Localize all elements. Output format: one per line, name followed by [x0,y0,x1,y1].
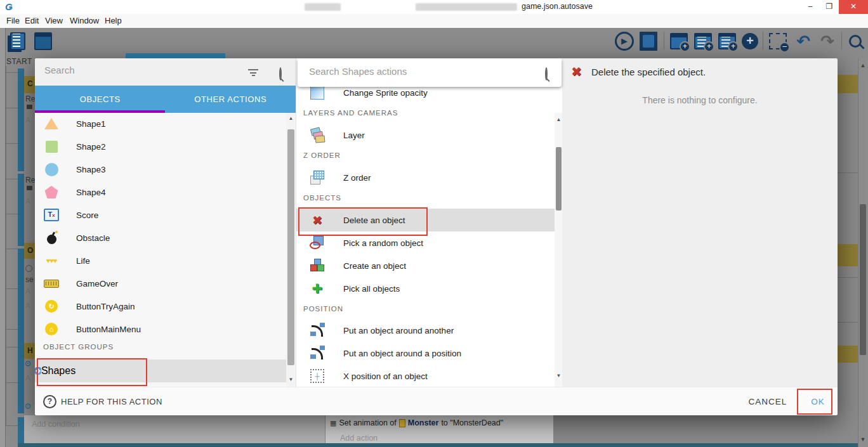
event-text-fragment: Re [25,176,35,185]
add-event-icon[interactable] [669,32,689,51]
action-row[interactable]: Pick a random object [296,231,555,254]
add-action-link: Add action [340,434,378,443]
action-row[interactable]: Put an object around a position [296,342,555,365]
search-icon[interactable] [545,67,548,81]
action-label: Delete an object [343,216,405,225]
action-label: Pick a random object [343,238,423,248]
around-position-icon [309,345,326,361]
add-subevent-icon[interactable] [693,32,713,51]
actions-search-bar [298,58,562,87]
scroll-up-icon[interactable]: ▲ [286,115,296,121]
section-header: OBJECTS [303,188,341,207]
object-row[interactable]: Shape2 [35,135,286,158]
object-search-input[interactable] [43,64,236,76]
object-row[interactable]: GameOver [35,272,286,295]
object-label: Shape4 [76,188,106,197]
preview-play-icon[interactable]: ▶ [614,32,635,51]
menu-edit[interactable]: Edit [25,16,39,25]
menu-view[interactable]: View [45,16,63,25]
object-label: ButtonMainMenu [76,325,141,334]
action-label: Layer [343,131,365,140]
condition-column-bar [18,249,24,413]
tab-other-actions[interactable]: OTHER ACTIONS [166,86,296,113]
project-manager-icon[interactable] [8,32,28,51]
debug-icon[interactable] [638,32,659,51]
monster-sprite-icon [399,419,405,427]
object-label: Shape2 [76,142,106,152]
layer-icon [309,127,326,143]
event-tree-stub [6,425,18,426]
event-header-fragment [838,346,858,363]
filter-icon[interactable] [248,69,258,76]
actions-panel: Change Sprite opacity LAYERS AND CAMERAS… [296,58,562,387]
banner-icon [43,275,60,292]
red-cross-icon: ✖ [309,212,326,228]
action-row: ▦ Set animation of Monster to "MonsterDe… [330,418,503,427]
action-row[interactable]: Put an object around another [296,319,555,342]
action-row[interactable]: Create an object [296,254,555,277]
minimize-button[interactable]: – [801,0,820,14]
object-search-bar [35,58,296,86]
close-button[interactable]: ✕ [839,0,868,14]
ok-button[interactable]: OK [804,393,832,411]
redo-icon[interactable]: ↷ [817,32,838,51]
add-comment-icon[interactable] [717,32,737,51]
bomb-icon [43,230,60,246]
menu-help[interactable]: Help [105,16,122,25]
event-tree-stub [6,382,18,383]
tab-objects[interactable]: OBJECTS [35,86,166,113]
start-page-icon[interactable] [33,32,53,51]
objects-scrollbar-thumb[interactable] [287,129,294,365]
action-row[interactable]: ┼ X position of an object [296,365,555,387]
action-label: X position of an object [343,372,428,381]
text-object-icon: Tx [43,207,60,223]
window-title: game.json.autosave [522,2,593,11]
actions-search-input[interactable] [308,65,520,77]
config-panel: ✖ Delete the specified object. There is … [562,58,838,387]
red-cross-icon: ✖ [571,64,582,79]
action-label: Z order [343,173,371,183]
event-header-fragment [838,244,858,266]
action-text: to "MonsterDead" [441,418,503,427]
menu-window[interactable]: Window [70,16,99,25]
event-tree-line [6,66,6,426]
object-label: ButtonTryAgain [76,302,135,311]
event-text-fragment: se [25,275,34,284]
action-label: Put an object around another [343,326,454,335]
object-label: Score [76,211,98,220]
help-button[interactable]: HELP FOR THIS ACTION [61,397,162,406]
action-row[interactable]: ✚ Pick all objects [296,277,555,300]
object-row[interactable]: Obstacle [35,226,286,249]
object-row[interactable]: ⌂ ButtonMainMenu [35,318,286,340]
object-row[interactable]: Tx Score [35,204,286,226]
action-label: Pick all objects [343,284,400,294]
object-row[interactable]: ♥♥♥ Life [35,249,286,272]
search-icon[interactable] [279,67,282,81]
create-object-icon [309,257,326,274]
pentagon-icon [43,184,60,200]
scroll-down-icon[interactable]: ▼ [286,377,296,382]
object-row[interactable]: Shape1 [35,112,286,135]
action-description: Delete the specified object. [591,67,706,77]
search-icon[interactable] [845,32,865,51]
action-row[interactable]: Layer [296,124,555,146]
cancel-button[interactable]: CANCEL [739,393,796,411]
event-selection-border [18,443,858,447]
object-row[interactable]: ↻ ButtonTryAgain [35,295,286,318]
actions-scrollbar-thumb[interactable] [556,147,562,211]
event-tree-stub [6,249,18,249]
action-row-delete-an-object[interactable]: ✖ Delete an object [296,209,555,231]
object-group-row-shapes[interactable]: ❖ Shapes [35,360,286,382]
object-label: Shape1 [76,119,106,129]
add-new-icon[interactable]: + [740,32,760,51]
remove-event-icon[interactable] [768,32,788,51]
action-row[interactable]: Z order [296,166,555,189]
event-text-fragment: A [25,197,30,205]
undo-icon[interactable]: ↶ [793,32,813,51]
maximize-button[interactable]: ❐ [820,0,839,14]
object-row[interactable]: Shape4 [35,181,286,204]
event-header-fragment [838,75,858,93]
menu-file[interactable]: File [6,16,20,25]
redacted-title-block [416,3,517,11]
object-row[interactable]: Shape3 [35,158,286,181]
